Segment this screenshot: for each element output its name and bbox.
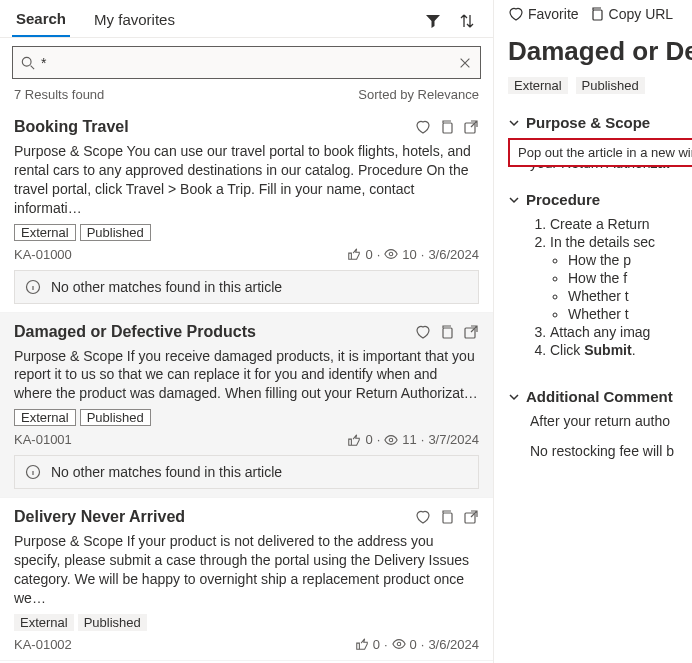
section-procedure-body: Create a Return In the details sec How t… — [530, 216, 692, 358]
section-procedure-title: Procedure — [526, 191, 600, 208]
no-match-banner: No other matches found in this article — [14, 270, 479, 304]
favorite-label: Favorite — [528, 6, 579, 22]
popout-icon[interactable] — [463, 509, 479, 525]
result-stats: 0·10·3/6/2024 — [347, 247, 479, 262]
results-list[interactable]: Booking TravelPurpose & Scope You can us… — [0, 108, 493, 663]
result-snippet: Purpose & Scope If you receive damaged p… — [14, 347, 479, 404]
tag-published: Published — [80, 224, 151, 241]
svg-rect-9 — [443, 513, 452, 523]
result-id: KA-01000 — [14, 247, 72, 262]
copy-url-label: Copy URL — [609, 6, 674, 22]
result-title: Damaged or Defective Products — [14, 323, 256, 341]
section-scope-header[interactable]: Purpose & Scope — [508, 114, 692, 131]
chevron-down-icon — [508, 117, 520, 129]
svg-rect-5 — [443, 328, 452, 338]
results-header: 7 Results found Sorted by Relevance — [0, 83, 493, 108]
section-additional-body: After your return autho No restocking fe… — [530, 413, 692, 459]
filter-icon[interactable] — [423, 11, 443, 31]
section-scope-title: Purpose & Scope — [526, 114, 650, 131]
article-tag-published: Published — [576, 77, 645, 94]
section-additional-header[interactable]: Additional Comment — [508, 388, 692, 405]
article-tag-external: External — [508, 77, 568, 94]
result-card[interactable]: Damaged or Defective ProductsPurpose & S… — [0, 313, 493, 499]
svg-rect-1 — [443, 123, 452, 133]
search-query: * — [41, 55, 458, 71]
svg-point-0 — [22, 57, 31, 66]
copy-link-icon[interactable] — [439, 324, 455, 340]
result-title: Delivery Never Arrived — [14, 508, 185, 526]
sort-icon[interactable] — [457, 11, 477, 31]
result-title: Booking Travel — [14, 118, 129, 136]
chevron-down-icon — [508, 391, 520, 403]
heart-icon[interactable] — [415, 509, 431, 525]
section-procedure-header[interactable]: Procedure — [508, 191, 692, 208]
tab-favorites[interactable]: My favorites — [90, 5, 179, 36]
no-match-banner: No other matches found in this article — [14, 455, 479, 489]
svg-point-7 — [390, 438, 394, 442]
article-title: Damaged or De — [508, 36, 692, 67]
results-count: 7 Results found — [14, 87, 104, 102]
search-input[interactable]: * — [12, 46, 481, 79]
copy-link-icon[interactable] — [439, 509, 455, 525]
search-icon — [21, 56, 35, 70]
svg-point-3 — [390, 252, 394, 256]
copy-url-button[interactable]: Copy URL — [589, 6, 674, 22]
tab-search[interactable]: Search — [12, 4, 70, 37]
result-id: KA-01002 — [14, 637, 72, 652]
results-sort: Sorted by Relevance — [358, 87, 479, 102]
popout-tooltip: Pop out the article in a new window — [508, 138, 692, 167]
chevron-down-icon — [508, 194, 520, 206]
result-stats: 0·11·3/7/2024 — [347, 432, 479, 447]
result-card[interactable]: Booking TravelPurpose & Scope You can us… — [0, 108, 493, 313]
tag-external: External — [14, 224, 76, 241]
section-additional-title: Additional Comment — [526, 388, 673, 405]
favorite-button[interactable]: Favorite — [508, 6, 579, 22]
tag-published: Published — [80, 409, 151, 426]
result-snippet: Purpose & Scope You can use our travel p… — [14, 142, 479, 218]
tag-external: External — [14, 409, 76, 426]
copy-link-icon[interactable] — [439, 119, 455, 135]
popout-icon[interactable] — [463, 119, 479, 135]
popout-icon[interactable] — [463, 324, 479, 340]
result-stats: 0·0·3/6/2024 — [355, 637, 479, 652]
result-id: KA-01001 — [14, 432, 72, 447]
svg-point-11 — [397, 643, 401, 647]
clear-search-icon[interactable] — [458, 56, 472, 70]
tag-external: External — [14, 614, 74, 631]
heart-icon[interactable] — [415, 119, 431, 135]
tag-published: Published — [78, 614, 147, 631]
result-snippet: Purpose & Scope If your product is not d… — [14, 532, 479, 608]
tab-bar: Search My favorites — [0, 0, 493, 38]
svg-rect-12 — [593, 10, 602, 20]
result-card[interactable]: Delivery Never ArrivedPurpose & Scope If… — [0, 498, 493, 661]
heart-icon[interactable] — [415, 324, 431, 340]
